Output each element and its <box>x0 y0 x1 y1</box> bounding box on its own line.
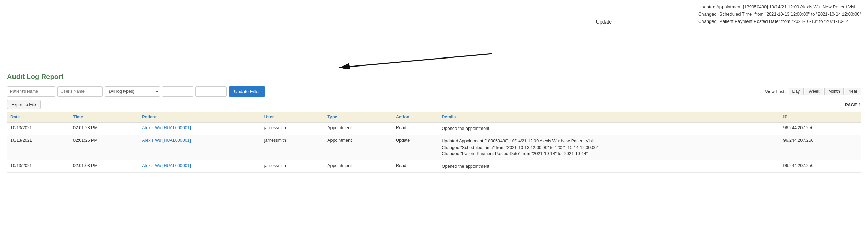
page-title: Audit Log Report <box>7 73 861 81</box>
cell-type: Appointment <box>324 135 392 160</box>
cell-time: 02:01:28 PM <box>70 123 139 135</box>
date-from-input[interactable]: 10/06/2021 <box>162 86 193 97</box>
page-indicator: PAGE 1 <box>845 102 861 107</box>
cell-date: 10/13/2021 <box>7 135 70 160</box>
col-action: Action <box>392 112 438 123</box>
patient-name-input[interactable] <box>7 86 55 97</box>
cell-time: 02:01:26 PM <box>70 135 139 160</box>
table-row: 10/13/202102:01:08 PMAlexis Wu [HUAL0000… <box>7 160 861 173</box>
patient-link[interactable]: Alexis Wu [HUAL000001] <box>142 163 191 168</box>
cell-time: 02:01:08 PM <box>70 160 139 173</box>
cell-type: Appointment <box>324 160 392 173</box>
col-patient: Patient <box>139 112 261 123</box>
patient-link[interactable]: Alexis Wu [HUAL000001] <box>142 125 191 130</box>
view-month-button[interactable]: Month <box>824 88 843 95</box>
table-header-row: Date ↓ Time Patient User Type Action Det… <box>7 112 861 123</box>
cell-patient: Alexis Wu [HUAL000001] <box>139 123 261 135</box>
cell-action: Read <box>392 160 438 173</box>
patient-link[interactable]: Alexis Wu [HUAL000001] <box>142 138 191 143</box>
annotation-area: Update Updated Appointment [189050430] 1… <box>0 0 868 69</box>
col-ip: IP <box>780 112 861 123</box>
date-to-input[interactable]: 10/13/2021 <box>195 86 227 97</box>
cell-ip: 96.244.207.250 <box>780 160 861 173</box>
view-year-button[interactable]: Year <box>845 88 861 95</box>
cell-patient: Alexis Wu [HUAL000001] <box>139 160 261 173</box>
col-time: Time <box>70 112 139 123</box>
cell-type: Appointment <box>324 123 392 135</box>
cell-details: Updated Appointment [189050430] 10/14/21… <box>438 135 780 160</box>
cell-ip: 96.244.207.250 <box>780 135 861 160</box>
toolbar-row: Export to File PAGE 1 <box>7 100 861 109</box>
cell-details: Opened the appointment <box>438 160 780 173</box>
view-last-section: View Last: Day Week Month Year <box>765 88 861 95</box>
view-week-button[interactable]: Week <box>805 88 823 95</box>
cell-date: 10/13/2021 <box>7 123 70 135</box>
table-row: 10/13/202102:01:26 PMAlexis Wu [HUAL0000… <box>7 135 861 160</box>
view-day-button[interactable]: Day <box>789 88 804 95</box>
cell-details: Opened the appointment <box>438 123 780 135</box>
annotation-line3: Changed "Patient Payment Posted Date" fr… <box>698 18 861 25</box>
cell-user: jamessmith <box>261 123 324 135</box>
filter-bar: (All log types) Appointment Patient User… <box>7 86 861 97</box>
sort-icon-date: ↓ <box>22 115 24 120</box>
user-name-input[interactable] <box>57 86 103 97</box>
log-type-select[interactable]: (All log types) Appointment Patient User <box>105 86 160 97</box>
svg-line-1 <box>339 54 492 68</box>
audit-log-table: Date ↓ Time Patient User Type Action Det… <box>7 112 861 173</box>
cell-action: Read <box>392 123 438 135</box>
export-button[interactable]: Export to File <box>7 100 41 109</box>
cell-ip: 96.244.207.250 <box>780 123 861 135</box>
view-last-label: View Last: <box>765 89 786 94</box>
col-user: User <box>261 112 324 123</box>
col-date: Date ↓ <box>7 112 70 123</box>
col-type: Type <box>324 112 392 123</box>
cell-user: jamessmith <box>261 135 324 160</box>
annotation-line2: Changed "Scheduled Time" from "2021-10-1… <box>698 11 861 18</box>
annotation-line1: Updated Appointment [189050430] 10/14/21… <box>698 3 861 11</box>
cell-patient: Alexis Wu [HUAL000001] <box>139 135 261 160</box>
col-details: Details <box>438 112 780 123</box>
main-content: Audit Log Report (All log types) Appoint… <box>0 69 868 180</box>
table-row: 10/13/202102:01:28 PMAlexis Wu [HUAL0000… <box>7 123 861 135</box>
cell-action: Update <box>392 135 438 160</box>
update-filter-button[interactable]: Update Filter <box>229 86 265 97</box>
annotation-text: Updated Appointment [189050430] 10/14/21… <box>698 3 861 25</box>
cell-date: 10/13/2021 <box>7 160 70 173</box>
update-label: Update <box>596 19 612 25</box>
cell-user: jamessmith <box>261 160 324 173</box>
